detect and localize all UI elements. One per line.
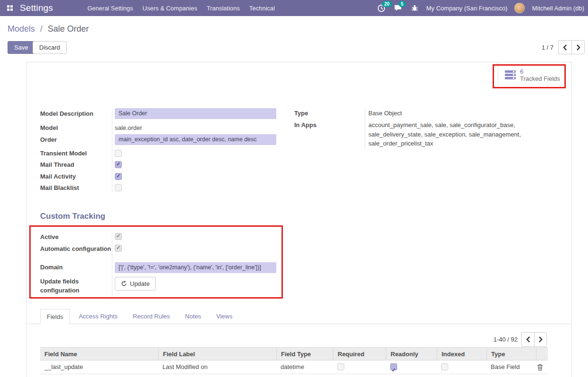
apps-menu-icon[interactable] xyxy=(7,5,13,11)
chevron-right-icon xyxy=(538,336,543,343)
mail-activity-label: Mail Activity xyxy=(40,172,112,181)
bug-icon xyxy=(411,4,418,12)
type-value: Base Object xyxy=(368,109,402,118)
activity-menu[interactable]: 20 xyxy=(377,3,386,13)
in-apps-label: In Apps xyxy=(294,120,366,129)
list-pager-next-button[interactable] xyxy=(534,332,547,347)
save-button[interactable]: Save xyxy=(8,41,35,54)
column-header-field-type[interactable]: Field Type xyxy=(276,348,333,360)
mail-thread-checkbox[interactable] xyxy=(115,161,122,168)
divider xyxy=(112,232,112,297)
menu-general-settings[interactable]: General Settings xyxy=(87,5,133,12)
list-pager: 1-40 / 92 xyxy=(494,332,547,347)
odoo-settings-model-form: Settings General Settings Users & Compan… xyxy=(0,0,588,377)
table-row[interactable]: __last_update Last Modified on datetime … xyxy=(40,360,548,374)
messages-badge: 5 xyxy=(399,1,406,7)
menu-translations[interactable]: Translations xyxy=(206,5,239,12)
discard-button[interactable]: Discard xyxy=(33,41,67,54)
transient-model-label: Transient Model xyxy=(40,149,112,158)
user-menu[interactable]: Mitchell Admin (db) xyxy=(532,5,584,12)
divider xyxy=(112,108,112,192)
update-button-label: Update xyxy=(130,280,150,287)
delete-row-icon[interactable] xyxy=(537,364,543,371)
app-title[interactable]: Settings xyxy=(20,3,53,13)
company-switcher[interactable]: My Company (San Francisco) xyxy=(426,5,508,12)
domain-label: Domain xyxy=(40,263,112,272)
type-label: Type xyxy=(294,109,366,118)
tab-fields[interactable]: Fields xyxy=(40,309,70,324)
order-label: Order xyxy=(40,135,112,144)
list-pager-previous-button[interactable] xyxy=(521,332,534,347)
domain-input[interactable]: ['|', ('ttype', '!=', 'one2many'), ('nam… xyxy=(115,262,276,273)
table-header-row: Field Name Field Label Field Type Requir… xyxy=(40,347,548,360)
cell-field-type: datetime xyxy=(276,360,333,374)
column-header-field-label[interactable]: Field Label xyxy=(158,348,276,360)
record-pager: 1 / 7 xyxy=(542,40,585,54)
tracked-fields-label: Tracked Fields xyxy=(520,75,560,82)
pager-previous-button[interactable] xyxy=(558,40,571,54)
mail-blacklist-checkbox[interactable] xyxy=(115,184,122,191)
tracked-fields-count: 6 xyxy=(520,68,560,75)
navbar-systray: 20 5 My Company (San Francisco) Mitchell… xyxy=(377,0,585,16)
menu-users-companies[interactable]: Users & Companies xyxy=(143,5,197,12)
cell-type: Base Field xyxy=(486,360,536,374)
cell-field-name: __last_update xyxy=(40,360,158,374)
mail-blacklist-label: Mail Blacklist xyxy=(40,183,112,192)
list-pager-value: 1-40 / 92 xyxy=(494,336,518,343)
model-label: Model xyxy=(40,123,112,132)
pager-next-button[interactable] xyxy=(571,40,585,54)
column-header-actions xyxy=(536,348,548,360)
menu-technical[interactable]: Technical xyxy=(249,5,275,12)
cell-required-checkbox[interactable] xyxy=(337,363,344,370)
custom-tracking-title: Custom Tracking xyxy=(40,212,105,221)
messages-menu[interactable]: 5 xyxy=(393,3,403,13)
activity-badge: 20 xyxy=(382,1,392,7)
breadcrumb-separator: / xyxy=(40,24,43,34)
debug-menu[interactable] xyxy=(410,3,419,13)
tab-record-rules[interactable]: Record Rules xyxy=(127,309,176,324)
refresh-icon xyxy=(121,281,127,287)
order-input[interactable]: main_exception_id asc, date_order desc, … xyxy=(115,134,276,145)
top-navbar: Settings General Settings Users & Compan… xyxy=(0,0,588,16)
column-header-field-name[interactable]: Field Name xyxy=(40,348,158,360)
tracked-fields-stat-button[interactable]: 6 Tracked Fields xyxy=(498,62,565,88)
chevron-left-icon xyxy=(563,44,567,51)
automatic-configuration-label: Automatic configuration xyxy=(40,244,112,253)
mail-activity-checkbox[interactable] xyxy=(115,173,122,180)
cell-indexed-checkbox[interactable] xyxy=(441,363,448,370)
chevron-right-icon xyxy=(576,44,580,51)
automatic-configuration-checkbox[interactable] xyxy=(115,245,122,252)
breadcrumb-current: Sale Order xyxy=(48,24,89,34)
mail-thread-label: Mail Thread xyxy=(40,160,112,169)
avatar[interactable] xyxy=(514,3,525,13)
update-button[interactable]: Update xyxy=(115,277,156,291)
fields-table: Field Name Field Label Field Type Requir… xyxy=(40,347,548,374)
in-apps-value: account_payment_sale, sale, sale_configu… xyxy=(368,120,557,148)
model-description-input[interactable]: Sale Order xyxy=(115,108,276,119)
nav-menu: General Settings Users & Companies Trans… xyxy=(87,0,275,16)
column-header-readonly[interactable]: Readonly xyxy=(386,348,437,360)
tab-notes[interactable]: Notes xyxy=(179,309,207,324)
column-header-indexed[interactable]: Indexed xyxy=(437,348,486,360)
transient-model-checkbox[interactable] xyxy=(115,150,122,157)
breadcrumb: Models / Sale Order xyxy=(8,24,89,34)
active-checkbox[interactable] xyxy=(115,233,122,240)
cell-field-label: Last Modified on xyxy=(158,360,276,374)
update-fields-configuration-label: Update fields configuration xyxy=(40,277,112,295)
tab-views[interactable]: Views xyxy=(210,309,239,324)
chevron-left-icon xyxy=(526,336,530,343)
active-label: Active xyxy=(40,232,112,241)
tab-access-rights[interactable]: Access Rights xyxy=(73,309,124,324)
column-header-required[interactable]: Required xyxy=(333,348,386,360)
model-value: sale.order xyxy=(115,123,142,132)
column-header-type[interactable]: Type xyxy=(486,348,536,360)
tracked-fields-icon xyxy=(505,70,516,79)
cell-readonly-checkbox[interactable] xyxy=(390,363,397,370)
model-description-label: Model Description xyxy=(40,109,112,118)
record-pager-value: 1 / 7 xyxy=(542,44,554,51)
notebook-tabs: Fields Access Rights Record Rules Notes … xyxy=(40,309,239,324)
breadcrumb-models-link[interactable]: Models xyxy=(8,24,35,34)
